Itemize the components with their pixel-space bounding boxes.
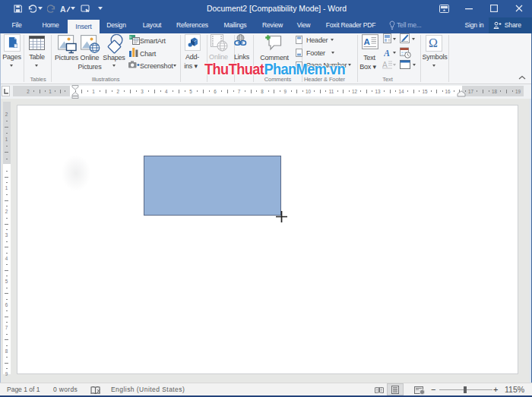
svg-text:A: A [382, 60, 388, 68]
svg-text:A: A [364, 37, 370, 46]
svg-text:A: A [384, 48, 390, 57]
svg-text:Ω: Ω [429, 36, 438, 49]
